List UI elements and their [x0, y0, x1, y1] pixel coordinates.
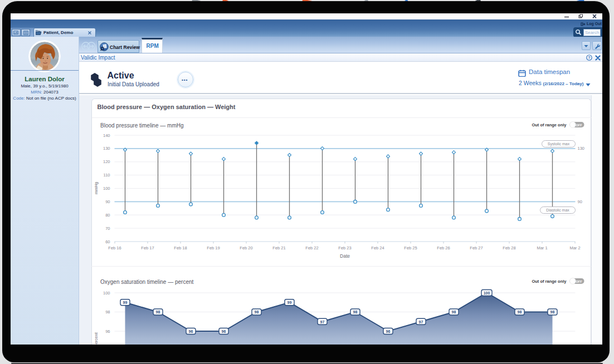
svg-text:80: 80: [105, 213, 110, 218]
svg-text:Mar 1: Mar 1: [537, 245, 547, 250]
svg-text:140: 140: [103, 133, 110, 138]
svg-text:99: 99: [123, 301, 127, 304]
svg-text:96: 96: [105, 329, 110, 334]
svg-text:130: 130: [103, 146, 110, 151]
svg-text:100: 100: [103, 291, 110, 296]
svg-text:98: 98: [155, 310, 160, 314]
svg-text:97: 97: [320, 320, 324, 324]
svg-text:97: 97: [418, 320, 423, 324]
svg-text:96: 96: [386, 329, 390, 333]
svg-text:98: 98: [517, 310, 522, 314]
svg-text:96: 96: [188, 329, 193, 333]
svg-text:Feb 22: Feb 22: [305, 245, 318, 250]
svg-text:Feb 19: Feb 19: [207, 245, 220, 250]
svg-text:Mar 2: Mar 2: [569, 245, 580, 250]
svg-text:60: 60: [105, 239, 110, 244]
svg-text:Systolic max: Systolic max: [547, 142, 569, 146]
svg-text:98: 98: [105, 309, 110, 314]
svg-text:Date: Date: [340, 253, 350, 259]
svg-text:98: 98: [254, 310, 259, 314]
svg-text:Oxygen saturation timeline — p: Oxygen saturation timeline — percent: [100, 279, 194, 285]
svg-text:130: 130: [577, 146, 584, 151]
svg-text:Feb 28: Feb 28: [503, 245, 515, 250]
svg-text:Diastolic max: Diastolic max: [546, 208, 569, 212]
svg-text:110: 110: [103, 173, 110, 178]
svg-text:Out of range only: Out of range only: [532, 122, 567, 127]
svg-text:Blood pressure timeline — mmHg: Blood pressure timeline — mmHg: [100, 122, 184, 129]
svg-text:100: 100: [103, 186, 110, 191]
svg-text:mmHg: mmHg: [93, 182, 98, 194]
svg-text:Feb 17: Feb 17: [141, 245, 154, 250]
svg-text:Feb 16: Feb 16: [108, 245, 121, 250]
svg-text:120: 120: [103, 159, 110, 164]
svg-text:Feb 26: Feb 26: [437, 245, 450, 250]
svg-text:Feb 21: Feb 21: [272, 245, 285, 250]
svg-text:Feb 20: Feb 20: [240, 245, 252, 250]
svg-text:98: 98: [550, 310, 554, 314]
svg-text:?: ?: [588, 56, 590, 60]
svg-text:96: 96: [221, 329, 226, 333]
svg-text:Feb 18: Feb 18: [174, 245, 187, 250]
svg-text:98: 98: [451, 310, 456, 314]
svg-text:OFF: OFF: [576, 124, 582, 127]
svg-text:Out of range only: Out of range only: [532, 279, 567, 284]
svg-text:99: 99: [287, 301, 291, 304]
svg-text:OFF: OFF: [576, 280, 582, 283]
svg-text:Feb 25: Feb 25: [404, 245, 417, 250]
svg-text:70: 70: [105, 226, 110, 231]
svg-text:90: 90: [577, 199, 582, 204]
svg-text:percent: percent: [93, 332, 98, 345]
svg-text:Feb 27: Feb 27: [470, 245, 483, 250]
svg-text:Feb 23: Feb 23: [338, 245, 351, 250]
svg-text:90: 90: [105, 199, 110, 204]
svg-text:100: 100: [483, 291, 490, 295]
svg-text:Feb 24: Feb 24: [371, 245, 384, 250]
svg-text:98: 98: [353, 310, 357, 314]
